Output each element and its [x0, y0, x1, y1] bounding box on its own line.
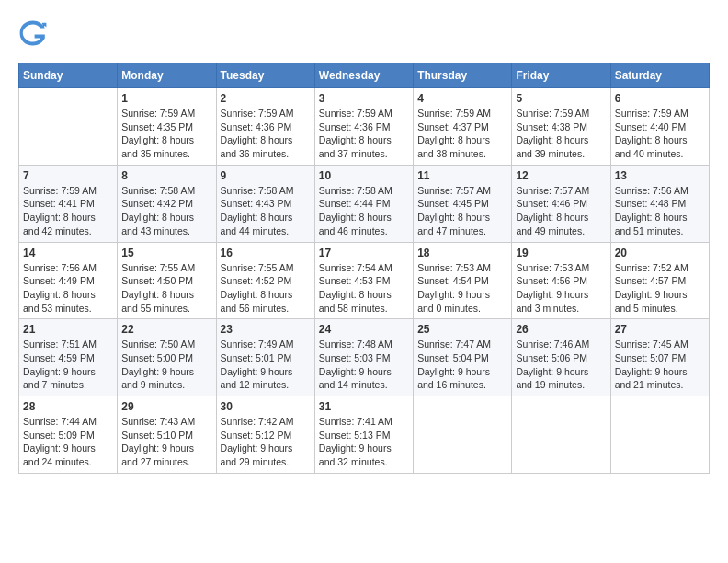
calendar-week-2: 7Sunrise: 7:59 AMSunset: 4:41 PMDaylight…: [19, 165, 710, 242]
day-detail: Sunrise: 7:58 AMSunset: 4:44 PMDaylight:…: [319, 184, 409, 238]
day-detail: Sunrise: 7:59 AMSunset: 4:36 PMDaylight:…: [221, 107, 311, 161]
day-number: 20: [615, 247, 705, 259]
calendar-cell: [610, 396, 709, 474]
calendar-header: SundayMondayTuesdayWednesdayThursdayFrid…: [19, 63, 710, 88]
calendar-cell: 6Sunrise: 7:59 AMSunset: 4:40 PMDaylight…: [610, 88, 709, 166]
day-detail: Sunrise: 7:55 AMSunset: 4:50 PMDaylight:…: [121, 261, 211, 316]
calendar-table: SundayMondayTuesdayWednesdayThursdayFrid…: [18, 63, 710, 474]
day-detail: Sunrise: 7:45 AMSunset: 5:07 PMDaylight:…: [615, 338, 705, 392]
day-number: 30: [221, 400, 311, 413]
calendar-cell: 5Sunrise: 7:59 AMSunset: 4:38 PMDaylight…: [512, 88, 610, 166]
day-detail: Sunrise: 7:57 AMSunset: 4:46 PMDaylight:…: [516, 184, 606, 238]
day-detail: Sunrise: 7:51 AMSunset: 4:59 PMDaylight:…: [23, 338, 113, 392]
day-detail: Sunrise: 7:42 AMSunset: 5:12 PMDaylight:…: [221, 415, 311, 469]
day-number: 25: [417, 323, 507, 336]
calendar-cell: 20Sunrise: 7:52 AMSunset: 4:57 PMDayligh…: [610, 242, 709, 319]
calendar-cell: [414, 396, 512, 474]
day-detail: Sunrise: 7:46 AMSunset: 5:06 PMDaylight:…: [516, 338, 606, 392]
day-detail: Sunrise: 7:48 AMSunset: 5:03 PMDaylight:…: [319, 338, 409, 392]
day-detail: Sunrise: 7:56 AMSunset: 4:48 PMDaylight:…: [615, 184, 705, 238]
calendar-cell: 10Sunrise: 7:58 AMSunset: 4:44 PMDayligh…: [314, 165, 413, 242]
day-detail: Sunrise: 7:59 AMSunset: 4:35 PMDaylight:…: [121, 107, 211, 161]
day-detail: Sunrise: 7:54 AMSunset: 4:53 PMDaylight:…: [319, 261, 409, 316]
calendar-cell: 8Sunrise: 7:58 AMSunset: 4:42 PMDaylight…: [118, 165, 216, 242]
day-number: 27: [615, 323, 705, 336]
day-detail: Sunrise: 7:52 AMSunset: 4:57 PMDaylight:…: [615, 261, 705, 316]
header-cell-saturday: Saturday: [610, 63, 709, 88]
day-number: 13: [615, 169, 705, 182]
day-detail: Sunrise: 7:57 AMSunset: 4:45 PMDaylight:…: [417, 184, 507, 238]
calendar-week-5: 28Sunrise: 7:44 AMSunset: 5:09 PMDayligh…: [19, 396, 710, 474]
day-number: 28: [23, 400, 113, 413]
calendar-cell: 23Sunrise: 7:49 AMSunset: 5:01 PMDayligh…: [216, 319, 314, 396]
day-detail: Sunrise: 7:41 AMSunset: 5:13 PMDaylight:…: [319, 415, 409, 469]
day-detail: Sunrise: 7:59 AMSunset: 4:36 PMDaylight:…: [319, 107, 409, 161]
day-detail: Sunrise: 7:59 AMSunset: 4:41 PMDaylight:…: [23, 184, 113, 238]
calendar-cell: 18Sunrise: 7:53 AMSunset: 4:54 PMDayligh…: [414, 242, 512, 319]
day-number: 9: [221, 169, 311, 182]
logo: [18, 18, 51, 48]
header-row: SundayMondayTuesdayWednesdayThursdayFrid…: [19, 63, 710, 88]
header-cell-friday: Friday: [512, 63, 610, 88]
calendar-cell: 2Sunrise: 7:59 AMSunset: 4:36 PMDaylight…: [216, 88, 314, 166]
day-number: 26: [516, 323, 606, 336]
header-cell-monday: Monday: [118, 63, 216, 88]
calendar-cell: 17Sunrise: 7:54 AMSunset: 4:53 PMDayligh…: [314, 242, 413, 319]
day-number: 29: [121, 400, 211, 413]
calendar-cell: 14Sunrise: 7:56 AMSunset: 4:49 PMDayligh…: [19, 242, 118, 319]
calendar-cell: 27Sunrise: 7:45 AMSunset: 5:07 PMDayligh…: [610, 319, 709, 396]
day-number: 18: [417, 247, 507, 259]
day-detail: Sunrise: 7:50 AMSunset: 5:00 PMDaylight:…: [121, 338, 211, 392]
day-number: 2: [221, 92, 311, 105]
day-number: 21: [23, 323, 113, 336]
day-number: 23: [221, 323, 311, 336]
logo-icon: [18, 18, 48, 48]
calendar-cell: 26Sunrise: 7:46 AMSunset: 5:06 PMDayligh…: [512, 319, 610, 396]
calendar-cell: 31Sunrise: 7:41 AMSunset: 5:13 PMDayligh…: [314, 396, 413, 474]
calendar-cell: 7Sunrise: 7:59 AMSunset: 4:41 PMDaylight…: [19, 165, 118, 242]
calendar-cell: 4Sunrise: 7:59 AMSunset: 4:37 PMDaylight…: [414, 88, 512, 166]
calendar-cell: 25Sunrise: 7:47 AMSunset: 5:04 PMDayligh…: [414, 319, 512, 396]
day-number: 1: [121, 92, 211, 105]
day-detail: Sunrise: 7:56 AMSunset: 4:49 PMDaylight:…: [23, 261, 113, 316]
calendar-cell: 15Sunrise: 7:55 AMSunset: 4:50 PMDayligh…: [118, 242, 216, 319]
calendar-cell: 16Sunrise: 7:55 AMSunset: 4:52 PMDayligh…: [216, 242, 314, 319]
day-number: 16: [221, 247, 311, 259]
day-number: 10: [319, 169, 409, 182]
calendar-cell: 24Sunrise: 7:48 AMSunset: 5:03 PMDayligh…: [314, 319, 413, 396]
calendar-body: 1Sunrise: 7:59 AMSunset: 4:35 PMDaylight…: [19, 88, 710, 474]
day-number: 5: [516, 92, 606, 105]
day-detail: Sunrise: 7:53 AMSunset: 4:54 PMDaylight:…: [417, 261, 507, 316]
calendar-cell: 3Sunrise: 7:59 AMSunset: 4:36 PMDaylight…: [314, 88, 413, 166]
calendar-cell: 13Sunrise: 7:56 AMSunset: 4:48 PMDayligh…: [610, 165, 709, 242]
calendar-cell: 1Sunrise: 7:59 AMSunset: 4:35 PMDaylight…: [118, 88, 216, 166]
day-detail: Sunrise: 7:44 AMSunset: 5:09 PMDaylight:…: [23, 415, 113, 469]
calendar-cell: 22Sunrise: 7:50 AMSunset: 5:00 PMDayligh…: [118, 319, 216, 396]
calendar-cell: 21Sunrise: 7:51 AMSunset: 4:59 PMDayligh…: [19, 319, 118, 396]
day-number: 15: [121, 247, 211, 259]
day-detail: Sunrise: 7:58 AMSunset: 4:42 PMDaylight:…: [121, 184, 211, 238]
day-detail: Sunrise: 7:58 AMSunset: 4:43 PMDaylight:…: [221, 184, 311, 238]
day-number: 24: [319, 323, 409, 336]
day-detail: Sunrise: 7:43 AMSunset: 5:10 PMDaylight:…: [121, 415, 211, 469]
day-number: 14: [23, 247, 113, 259]
day-number: 22: [121, 323, 211, 336]
calendar-cell: 30Sunrise: 7:42 AMSunset: 5:12 PMDayligh…: [216, 396, 314, 474]
day-number: 12: [516, 169, 606, 182]
day-detail: Sunrise: 7:55 AMSunset: 4:52 PMDaylight:…: [221, 261, 311, 316]
day-number: 17: [319, 247, 409, 259]
header-cell-wednesday: Wednesday: [314, 63, 413, 88]
calendar-cell: 12Sunrise: 7:57 AMSunset: 4:46 PMDayligh…: [512, 165, 610, 242]
calendar-cell: [19, 88, 118, 166]
page-header: [18, 18, 710, 48]
calendar-cell: [512, 396, 610, 474]
day-number: 3: [319, 92, 409, 105]
calendar-cell: 9Sunrise: 7:58 AMSunset: 4:43 PMDaylight…: [216, 165, 314, 242]
day-number: 6: [615, 92, 705, 105]
calendar-cell: 11Sunrise: 7:57 AMSunset: 4:45 PMDayligh…: [414, 165, 512, 242]
day-detail: Sunrise: 7:49 AMSunset: 5:01 PMDaylight:…: [221, 338, 311, 392]
calendar-week-4: 21Sunrise: 7:51 AMSunset: 4:59 PMDayligh…: [19, 319, 710, 396]
calendar-cell: 28Sunrise: 7:44 AMSunset: 5:09 PMDayligh…: [19, 396, 118, 474]
day-number: 11: [417, 169, 507, 182]
day-detail: Sunrise: 7:59 AMSunset: 4:37 PMDaylight:…: [417, 107, 507, 161]
